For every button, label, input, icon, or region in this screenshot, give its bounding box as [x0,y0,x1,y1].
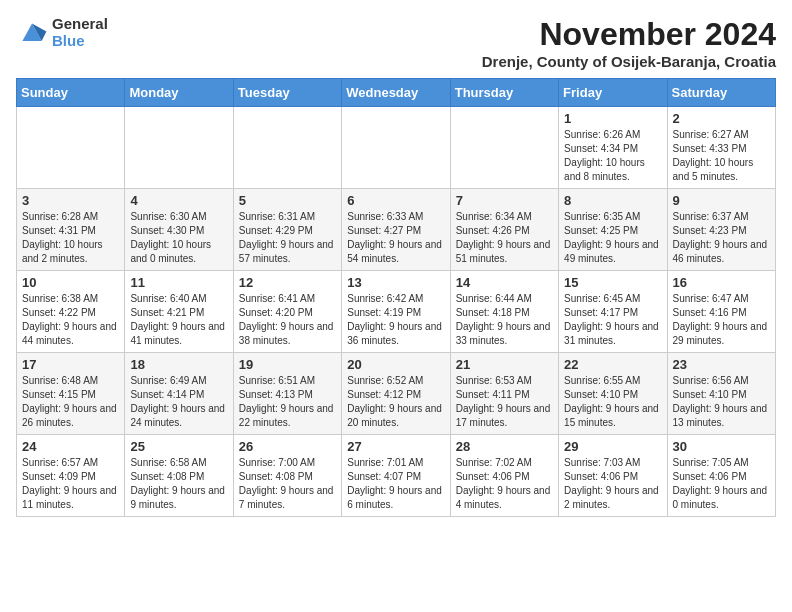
day-info: Sunrise: 6:55 AM Sunset: 4:10 PM Dayligh… [564,374,661,430]
day-number: 30 [673,439,770,454]
day-header-sunday: Sunday [17,79,125,107]
day-info: Sunrise: 6:56 AM Sunset: 4:10 PM Dayligh… [673,374,770,430]
day-number: 9 [673,193,770,208]
logo-text: General Blue [52,16,108,49]
day-info: Sunrise: 6:35 AM Sunset: 4:25 PM Dayligh… [564,210,661,266]
day-info: Sunrise: 6:37 AM Sunset: 4:23 PM Dayligh… [673,210,770,266]
calendar-cell: 11Sunrise: 6:40 AM Sunset: 4:21 PM Dayli… [125,271,233,353]
day-number: 25 [130,439,227,454]
day-number: 1 [564,111,661,126]
calendar-cell: 1Sunrise: 6:26 AM Sunset: 4:34 PM Daylig… [559,107,667,189]
day-info: Sunrise: 6:31 AM Sunset: 4:29 PM Dayligh… [239,210,336,266]
day-number: 6 [347,193,444,208]
day-number: 21 [456,357,553,372]
calendar-week-row: 10Sunrise: 6:38 AM Sunset: 4:22 PM Dayli… [17,271,776,353]
calendar-cell: 12Sunrise: 6:41 AM Sunset: 4:20 PM Dayli… [233,271,341,353]
day-header-tuesday: Tuesday [233,79,341,107]
calendar-cell: 9Sunrise: 6:37 AM Sunset: 4:23 PM Daylig… [667,189,775,271]
calendar-cell: 18Sunrise: 6:49 AM Sunset: 4:14 PM Dayli… [125,353,233,435]
calendar-cell: 10Sunrise: 6:38 AM Sunset: 4:22 PM Dayli… [17,271,125,353]
day-info: Sunrise: 6:38 AM Sunset: 4:22 PM Dayligh… [22,292,119,348]
day-number: 29 [564,439,661,454]
calendar-cell: 16Sunrise: 6:47 AM Sunset: 4:16 PM Dayli… [667,271,775,353]
day-number: 3 [22,193,119,208]
day-info: Sunrise: 6:26 AM Sunset: 4:34 PM Dayligh… [564,128,661,184]
day-header-friday: Friday [559,79,667,107]
day-number: 15 [564,275,661,290]
calendar-cell: 3Sunrise: 6:28 AM Sunset: 4:31 PM Daylig… [17,189,125,271]
day-info: Sunrise: 6:40 AM Sunset: 4:21 PM Dayligh… [130,292,227,348]
calendar-cell: 6Sunrise: 6:33 AM Sunset: 4:27 PM Daylig… [342,189,450,271]
day-info: Sunrise: 6:45 AM Sunset: 4:17 PM Dayligh… [564,292,661,348]
day-info: Sunrise: 6:34 AM Sunset: 4:26 PM Dayligh… [456,210,553,266]
day-info: Sunrise: 6:51 AM Sunset: 4:13 PM Dayligh… [239,374,336,430]
logo: General Blue [16,16,108,49]
calendar-cell: 20Sunrise: 6:52 AM Sunset: 4:12 PM Dayli… [342,353,450,435]
day-number: 28 [456,439,553,454]
title-area: November 2024 Drenje, County of Osijek-B… [482,16,776,70]
month-title: November 2024 [482,16,776,53]
calendar-cell: 19Sunrise: 6:51 AM Sunset: 4:13 PM Dayli… [233,353,341,435]
day-number: 2 [673,111,770,126]
day-info: Sunrise: 6:42 AM Sunset: 4:19 PM Dayligh… [347,292,444,348]
day-info: Sunrise: 6:44 AM Sunset: 4:18 PM Dayligh… [456,292,553,348]
calendar-cell: 8Sunrise: 6:35 AM Sunset: 4:25 PM Daylig… [559,189,667,271]
calendar-cell: 29Sunrise: 7:03 AM Sunset: 4:06 PM Dayli… [559,435,667,517]
day-info: Sunrise: 6:30 AM Sunset: 4:30 PM Dayligh… [130,210,227,266]
day-number: 20 [347,357,444,372]
day-number: 14 [456,275,553,290]
calendar-cell [125,107,233,189]
calendar-table: SundayMondayTuesdayWednesdayThursdayFrid… [16,78,776,517]
location-title: Drenje, County of Osijek-Baranja, Croati… [482,53,776,70]
day-info: Sunrise: 6:52 AM Sunset: 4:12 PM Dayligh… [347,374,444,430]
calendar-cell: 17Sunrise: 6:48 AM Sunset: 4:15 PM Dayli… [17,353,125,435]
day-info: Sunrise: 6:27 AM Sunset: 4:33 PM Dayligh… [673,128,770,184]
calendar-cell: 21Sunrise: 6:53 AM Sunset: 4:11 PM Dayli… [450,353,558,435]
header: General Blue November 2024 Drenje, Count… [16,16,776,70]
day-header-thursday: Thursday [450,79,558,107]
calendar-week-row: 1Sunrise: 6:26 AM Sunset: 4:34 PM Daylig… [17,107,776,189]
logo-general: General [52,16,108,33]
logo-icon [16,17,48,49]
day-info: Sunrise: 6:49 AM Sunset: 4:14 PM Dayligh… [130,374,227,430]
calendar-header-row: SundayMondayTuesdayWednesdayThursdayFrid… [17,79,776,107]
day-number: 24 [22,439,119,454]
day-number: 5 [239,193,336,208]
calendar-cell: 5Sunrise: 6:31 AM Sunset: 4:29 PM Daylig… [233,189,341,271]
calendar-cell [342,107,450,189]
calendar-cell: 4Sunrise: 6:30 AM Sunset: 4:30 PM Daylig… [125,189,233,271]
calendar-week-row: 24Sunrise: 6:57 AM Sunset: 4:09 PM Dayli… [17,435,776,517]
day-info: Sunrise: 6:53 AM Sunset: 4:11 PM Dayligh… [456,374,553,430]
day-header-monday: Monday [125,79,233,107]
calendar-cell: 25Sunrise: 6:58 AM Sunset: 4:08 PM Dayli… [125,435,233,517]
day-info: Sunrise: 6:33 AM Sunset: 4:27 PM Dayligh… [347,210,444,266]
day-info: Sunrise: 7:00 AM Sunset: 4:08 PM Dayligh… [239,456,336,512]
calendar-cell: 13Sunrise: 6:42 AM Sunset: 4:19 PM Dayli… [342,271,450,353]
calendar-cell: 22Sunrise: 6:55 AM Sunset: 4:10 PM Dayli… [559,353,667,435]
calendar-cell: 30Sunrise: 7:05 AM Sunset: 4:06 PM Dayli… [667,435,775,517]
day-header-saturday: Saturday [667,79,775,107]
calendar-cell: 2Sunrise: 6:27 AM Sunset: 4:33 PM Daylig… [667,107,775,189]
day-info: Sunrise: 6:28 AM Sunset: 4:31 PM Dayligh… [22,210,119,266]
calendar-week-row: 3Sunrise: 6:28 AM Sunset: 4:31 PM Daylig… [17,189,776,271]
day-number: 16 [673,275,770,290]
day-number: 26 [239,439,336,454]
day-header-wednesday: Wednesday [342,79,450,107]
day-info: Sunrise: 7:02 AM Sunset: 4:06 PM Dayligh… [456,456,553,512]
day-info: Sunrise: 7:01 AM Sunset: 4:07 PM Dayligh… [347,456,444,512]
calendar-cell: 14Sunrise: 6:44 AM Sunset: 4:18 PM Dayli… [450,271,558,353]
day-number: 4 [130,193,227,208]
day-info: Sunrise: 6:57 AM Sunset: 4:09 PM Dayligh… [22,456,119,512]
logo-blue: Blue [52,33,108,50]
calendar-cell [233,107,341,189]
calendar-cell: 27Sunrise: 7:01 AM Sunset: 4:07 PM Dayli… [342,435,450,517]
day-number: 22 [564,357,661,372]
day-info: Sunrise: 6:48 AM Sunset: 4:15 PM Dayligh… [22,374,119,430]
day-info: Sunrise: 6:41 AM Sunset: 4:20 PM Dayligh… [239,292,336,348]
calendar-cell: 15Sunrise: 6:45 AM Sunset: 4:17 PM Dayli… [559,271,667,353]
day-number: 10 [22,275,119,290]
day-info: Sunrise: 7:03 AM Sunset: 4:06 PM Dayligh… [564,456,661,512]
day-number: 13 [347,275,444,290]
day-number: 27 [347,439,444,454]
day-info: Sunrise: 6:58 AM Sunset: 4:08 PM Dayligh… [130,456,227,512]
